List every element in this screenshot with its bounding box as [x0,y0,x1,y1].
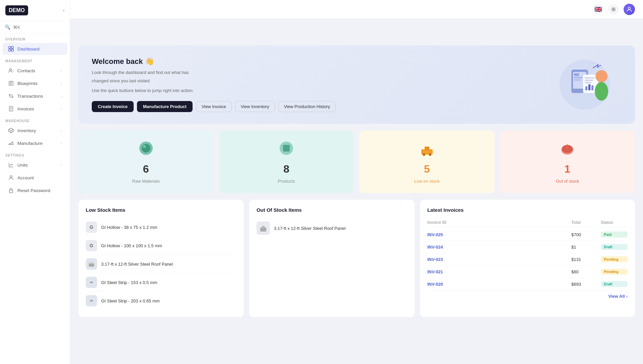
svg-point-27 [142,144,150,153]
search-bar[interactable]: 🔍 [0,21,70,33]
user-avatar[interactable] [624,4,635,15]
table-row: INV-023 $131 Pending [427,253,628,266]
chevron-right-icon: › [61,163,62,167]
table-row: INV-021 $80 Pending [427,266,628,278]
bottom-grid: Low Stock Items G GI Hollow - 38 x 75 x … [78,200,635,317]
invoice-id[interactable]: INV-025 [427,232,569,237]
list-item: GI Steel Strip - 153 x 0.5 mm [86,273,236,292]
raw-materials-icon [138,140,154,160]
svg-rect-14 [574,73,579,76]
stat-label: Out of stock [556,179,579,184]
sidebar-item-blueprints[interactable]: Blueprints › [3,77,67,89]
invoice-total: $131 [571,257,598,262]
banner-subtitle2: changed since you last visited [92,78,336,85]
svg-rect-37 [566,145,568,150]
svg-point-10 [628,7,631,9]
settings-icon-button[interactable] [608,4,619,15]
table-row: INV-025 $700 Paid [427,229,628,241]
logo-area: DEMO ‹ [0,0,70,21]
sidebar-item-contacts[interactable]: Contacts › [3,65,67,77]
view-production-history-button[interactable]: View Production History [278,101,336,112]
sidebar-item-inventory[interactable]: Inventory › [3,124,67,136]
item-avatar [86,258,97,270]
invoice-total: $80 [571,269,598,274]
users-icon [8,68,14,74]
item-avatar [257,221,270,235]
units-icon [8,162,14,168]
stat-card-products[interactable]: 8 Products [219,130,354,193]
stat-card-low-stock[interactable]: 5 Low on stock [359,130,495,193]
invoices-title: Latest Invoices [427,207,628,213]
invoice-id[interactable]: INV-021 [427,269,569,274]
view-inventory-button[interactable]: View Inventory [235,101,275,112]
svg-rect-1 [11,47,13,49]
sidebar-item-units[interactable]: Units › [3,159,67,171]
svg-rect-2 [9,49,11,51]
sidebar-item-transactions[interactable]: Transactions › [3,90,67,102]
item-name: GI Steel Strip - 153 x 0.5 mm [101,280,157,285]
stat-number: 6 [143,163,149,175]
svg-rect-19 [585,80,593,81]
svg-rect-15 [574,77,582,78]
sidebar: DEMO ‹ 🔍 OVERVIEW Dashboard MANAGEMENT C… [0,0,70,364]
topbar: 🇬🇧 [70,0,643,19]
sidebar-item-reset-password[interactable]: Reset Password [3,184,67,196]
stat-label: Products [278,179,295,184]
nav-section-management: MANAGEMENT [0,55,70,64]
svg-rect-21 [585,86,587,90]
collapse-button[interactable]: ‹ [63,7,65,13]
item-avatar [86,277,97,288]
status-badge: Pending [601,269,628,275]
low-stock-title: Low Stock Items [86,207,236,213]
table-row: INV-020 $693 Draft [427,278,628,290]
chevron-right-icon: › [61,69,62,73]
svg-rect-0 [9,47,11,49]
stat-label: Raw Materials [132,179,160,184]
banner-subtitle1: Look through the dashboard and find out … [92,69,336,76]
search-input[interactable] [13,25,69,30]
nav-section-overview: OVERVIEW [0,33,70,42]
banner-subtitle3: Use the quick buttons below to jump righ… [92,87,336,94]
col-status: Status [601,220,628,225]
sidebar-item-label: Reset Password [17,188,50,193]
manufacture-product-button[interactable]: Manufacture Product [137,101,193,112]
stat-label: Low on stock [414,179,440,184]
view-invoice-button[interactable]: View Invoice [196,101,232,112]
svg-rect-22 [588,84,590,90]
chevron-right-icon: › [61,107,62,111]
invoice-id[interactable]: INV-023 [427,257,569,262]
products-icon [278,140,295,160]
invoice-id[interactable]: INV-024 [427,245,569,250]
account-icon [8,175,14,181]
svg-point-9 [613,8,615,10]
chevron-right-icon: › [61,81,62,85]
blueprint-icon [8,80,14,86]
stat-number: 8 [283,163,289,175]
sidebar-item-invoices[interactable]: Invoices › [3,103,67,115]
svg-rect-41 [262,226,265,228]
svg-point-24 [595,70,608,82]
invoice-id[interactable]: INV-020 [427,282,569,287]
svg-point-7 [10,176,12,178]
sidebar-item-dashboard[interactable]: Dashboard [3,43,67,55]
create-invoice-button[interactable]: Create Invoice [92,101,134,112]
sidebar-item-manufacture[interactable]: Manufacture › [3,137,67,149]
item-avatar [86,295,97,306]
stat-card-out-of-stock[interactable]: 1 Out of stock [500,130,635,193]
list-item: 3.17-ft x 12-ft Silver Steel Roof Panel [257,218,407,238]
out-of-stock-panel: Out Of Stock Items 3.17-ft x 12-ft Silve… [249,200,415,317]
search-icon: 🔍 [5,24,10,30]
svg-rect-3 [11,49,13,51]
view-all-button[interactable]: View All › [609,294,628,299]
sidebar-item-label: Inventory [17,128,36,133]
stat-card-raw-materials[interactable]: 6 Raw Materials [78,130,214,193]
out-stock-title: Out Of Stock Items [257,207,407,213]
invoice-total: $1 [571,245,598,250]
chevron-right-icon: › [626,294,628,299]
svg-point-34 [429,153,431,156]
stat-number: 1 [564,163,570,175]
language-selector[interactable]: 🇬🇧 [593,4,603,15]
svg-rect-32 [425,147,429,151]
sidebar-item-account[interactable]: Account [3,172,67,184]
lock-icon [8,187,14,193]
